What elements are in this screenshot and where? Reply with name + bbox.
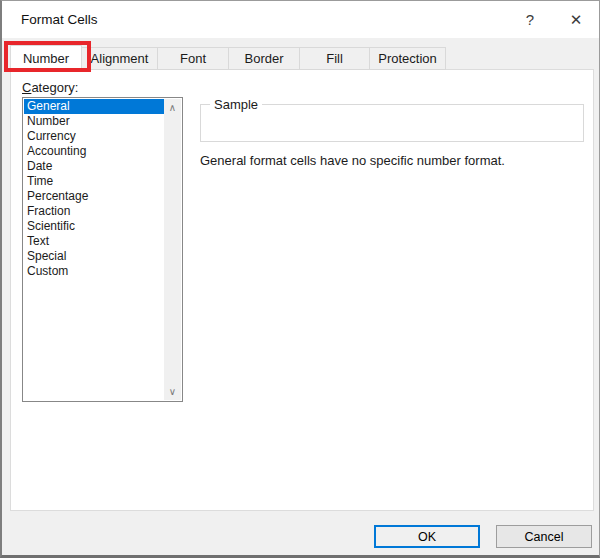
tab-strip: Number Alignment Font Border Fill Protec…: [10, 45, 446, 70]
ok-button[interactable]: OK: [374, 525, 480, 548]
category-label-rest: ategory:: [31, 80, 78, 95]
tab-alignment[interactable]: Alignment: [82, 47, 158, 70]
title-bar: Format Cells ? ✕: [2, 1, 599, 38]
category-list-item[interactable]: Time: [24, 174, 164, 189]
listbox-scrollbar[interactable]: ∧ ∨: [164, 99, 181, 400]
tab-number[interactable]: Number: [10, 45, 82, 71]
tab-font[interactable]: Font: [158, 47, 229, 70]
category-list-item[interactable]: Text: [24, 234, 164, 249]
sample-groupbox: Sample: [200, 104, 584, 142]
category-list-item[interactable]: Accounting: [24, 144, 164, 159]
category-list-item[interactable]: Scientific: [24, 219, 164, 234]
help-icon[interactable]: ?: [507, 1, 553, 38]
cancel-button[interactable]: Cancel: [496, 525, 592, 548]
number-tab-page: Category: GeneralNumberCurrencyAccountin…: [10, 69, 594, 511]
sample-value: [207, 115, 577, 129]
category-list-item[interactable]: Fraction: [24, 204, 164, 219]
category-list-item[interactable]: Number: [24, 114, 164, 129]
category-list-item[interactable]: Percentage: [24, 189, 164, 204]
category-list-item[interactable]: Custom: [24, 264, 164, 279]
category-list-item[interactable]: General: [24, 99, 164, 114]
category-list-item[interactable]: Special: [24, 249, 164, 264]
close-icon[interactable]: ✕: [553, 1, 599, 38]
tab-fill[interactable]: Fill: [300, 47, 370, 70]
category-list-item[interactable]: Currency: [24, 129, 164, 144]
dialog-title: Format Cells: [21, 12, 98, 27]
category-list-items: GeneralNumberCurrencyAccountingDateTimeP…: [24, 99, 164, 279]
tab-protection[interactable]: Protection: [370, 47, 446, 70]
category-label-mnemonic: C: [22, 80, 31, 95]
sample-group-label: Sample: [210, 97, 262, 112]
category-label: Category:: [22, 80, 78, 95]
category-list-item[interactable]: Date: [24, 159, 164, 174]
scroll-up-icon[interactable]: ∧: [164, 99, 181, 116]
scroll-down-icon[interactable]: ∨: [164, 383, 181, 400]
format-cells-dialog: Format Cells ? ✕ Number Alignment Font B…: [0, 0, 600, 558]
format-description-text: General format cells have no specific nu…: [200, 153, 505, 168]
tab-border[interactable]: Border: [229, 47, 300, 70]
category-listbox[interactable]: GeneralNumberCurrencyAccountingDateTimeP…: [22, 97, 183, 402]
